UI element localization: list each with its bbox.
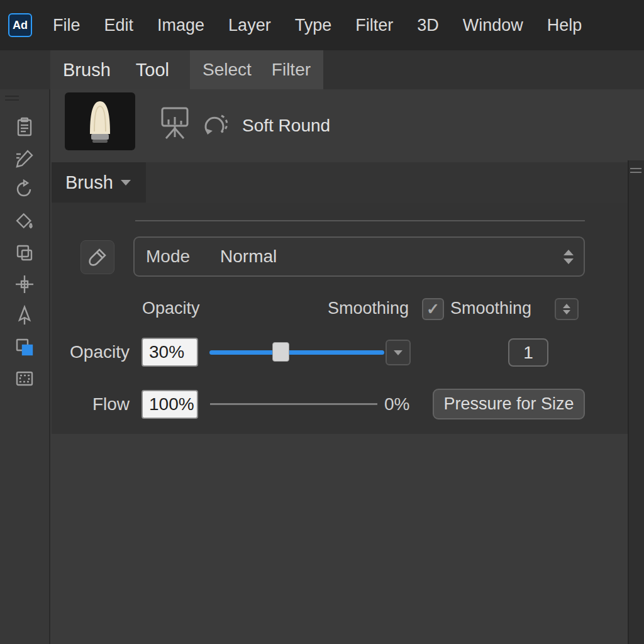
menu-3d[interactable]: 3D [405,0,451,50]
smoothing-header-label: Smoothing [328,299,409,318]
chevron-down-icon [121,180,131,186]
brush-tool-button[interactable] [80,240,114,274]
mode-value: Normal [220,247,277,267]
notes-tool-icon[interactable] [12,116,37,138]
smoothing-value-field[interactable]: 1 [508,338,548,367]
opacity-row-label: Opacity [69,342,130,362]
rotate-tool-icon[interactable] [12,179,37,201]
panel-divider [135,220,585,221]
select-filter-tab-group: Select Filter [190,50,323,89]
blend-mode-select[interactable]: Mode Normal [133,236,585,277]
sidebar-grip[interactable] [5,96,19,103]
pressure-for-size-button[interactable]: Pressure for Size [433,389,585,419]
menu-edit[interactable]: Edit [92,0,146,50]
menu-layer[interactable]: Layer [216,0,283,50]
menu-filter[interactable]: Filter [343,0,405,50]
opacity-dropdown-button[interactable] [386,340,411,365]
pen-edit-icon[interactable] [12,147,37,170]
opacity-slider-track[interactable] [209,350,384,355]
brush-panel-tab[interactable]: Brush [52,162,146,203]
tool-tab-group: Brush Tool [50,50,190,89]
tab-filter[interactable]: Filter [272,60,311,80]
tab-brush[interactable]: Brush [63,60,111,80]
menu-bar: Ad File Edit Image Layer Type Filter 3D … [0,0,644,50]
brush-preset-name: Soft Round [242,116,330,136]
menu-file[interactable]: File [41,0,92,50]
paint-bucket-icon[interactable] [12,210,37,233]
mode-label: Mode [146,247,190,267]
right-panel-edge [628,160,644,644]
smoothing-checkbox[interactable]: ✓ [422,298,444,320]
flow-percent-label: 0% [384,394,409,414]
panel-drag-handle[interactable] [630,168,641,175]
opacity-slider[interactable] [209,340,384,365]
flow-row-label: Flow [69,394,130,414]
menu-type[interactable]: Type [283,0,344,50]
opacity-header-label: Opacity [142,299,200,318]
adobe-logo-icon[interactable]: Ad [8,13,32,37]
chevron-down-icon [394,350,402,355]
brush-preset-thumbnail[interactable] [65,92,135,150]
tab-tool[interactable]: Tool [136,60,169,80]
path-select-icon[interactable] [12,304,37,327]
menu-image[interactable]: Image [145,0,216,50]
menu-help[interactable]: Help [535,0,594,50]
smoothing-checkbox-label: Smoothing [450,299,531,318]
transform-tool-icon[interactable] [12,273,37,296]
opacity-slider-handle[interactable] [272,342,289,362]
smoothing-stepper[interactable] [555,298,579,320]
frame-tool-icon[interactable] [12,367,37,390]
stamp-tool-icon[interactable] [12,242,37,264]
symmetry-icon[interactable] [199,104,230,146]
menu-window[interactable]: Window [451,0,535,50]
flow-slider-track[interactable] [210,403,377,405]
select-stepper-icon [564,250,574,264]
brush-panel-tab-label: Brush [65,172,113,193]
layers-icon[interactable] [12,336,37,358]
tools-sidebar [0,89,50,644]
opacity-input[interactable]: 30% [142,338,198,367]
tab-select[interactable]: Select [203,60,252,80]
brush-settings-panel-icon[interactable] [157,104,194,146]
flow-input[interactable]: 100% [142,390,198,419]
